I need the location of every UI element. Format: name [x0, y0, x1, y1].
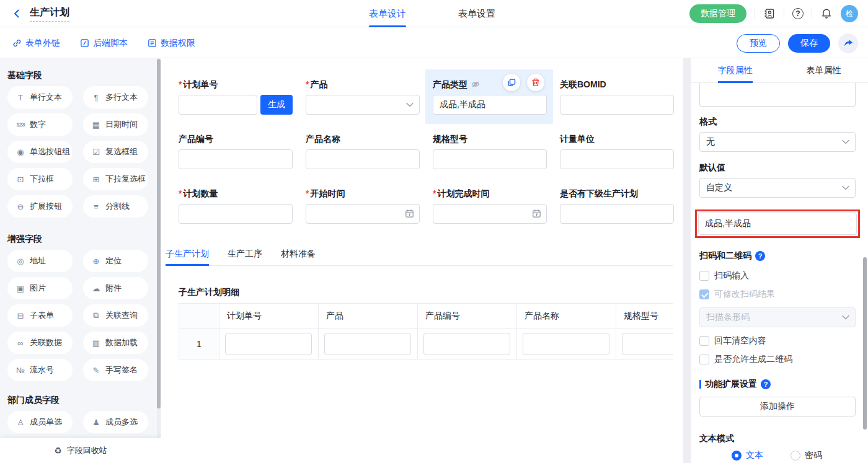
extend-button-icon: ⊖: [16, 202, 25, 211]
sidebar-scrollbar[interactable]: [157, 59, 161, 408]
help-icon[interactable]: ?: [792, 8, 804, 19]
save-button[interactable]: 保存: [788, 34, 830, 53]
sidebar-item-linked-data[interactable]: ∞关联数据: [7, 332, 73, 354]
field-recycle-bin[interactable]: ♻ 字段回收站: [0, 438, 161, 463]
data-manage-button[interactable]: 数据管理: [689, 4, 746, 23]
finish-time-input[interactable]: [433, 204, 547, 224]
cell-plan-no-input[interactable]: [225, 333, 312, 355]
scan-input-checkbox[interactable]: [699, 271, 709, 281]
product-code-input[interactable]: [179, 149, 293, 169]
tab-form-design[interactable]: 表单设计: [369, 0, 406, 27]
share-button[interactable]: [838, 33, 858, 53]
plan-qty-input[interactable]: [179, 204, 293, 224]
tab-field-properties[interactable]: 字段属性: [691, 58, 779, 82]
field-product-code[interactable]: 产品编号: [179, 134, 293, 169]
has-sub-plan-input[interactable]: [560, 204, 674, 224]
sidebar-item-member-multi[interactable]: ♟成员多选: [83, 411, 148, 433]
avatar[interactable]: 检: [841, 5, 858, 22]
external-link-item[interactable]: 表单外链: [12, 38, 60, 49]
product-select[interactable]: [306, 95, 420, 115]
generate-button[interactable]: 生成: [260, 95, 293, 115]
sidebar-item-datetime[interactable]: ▦日期时间: [83, 113, 148, 136]
field-unit[interactable]: 计量单位: [560, 134, 674, 169]
scan-input-option: 扫码输入: [699, 270, 856, 281]
sidebar-item-number[interactable]: 123数字: [7, 113, 73, 136]
sidebar-item-lookup[interactable]: ⧉关联查询: [83, 304, 148, 327]
backend-script-label: 后端脚本: [93, 38, 128, 49]
sidebar-item-data-load[interactable]: ▥数据加载: [83, 332, 148, 354]
sidebar-item-radio-group[interactable]: ◉单选按钮组: [7, 141, 73, 163]
field-finish-time[interactable]: 计划完成时间: [433, 188, 547, 224]
add-action-button[interactable]: 添加操作: [699, 397, 856, 417]
help-badge-icon[interactable]: ?: [761, 379, 771, 389]
trash-icon: [531, 78, 540, 87]
subform-icon: ⊟: [16, 311, 25, 320]
field-product-type[interactable]: 产品类型: [433, 79, 547, 115]
radio-group-icon: ◉: [16, 148, 25, 157]
copy-field-button[interactable]: [503, 74, 520, 91]
enter-clear-checkbox[interactable]: [699, 336, 709, 346]
text-mode-label: 文本模式: [699, 433, 856, 444]
data-permission-item[interactable]: 数据权限: [148, 38, 195, 49]
enter-clear-option: 回车清空内容: [699, 335, 856, 346]
spec-input[interactable]: [433, 149, 547, 169]
sidebar-item-divider-line[interactable]: ≡分割线: [83, 195, 148, 218]
tab-material-prep[interactable]: 材料准备: [281, 249, 316, 265]
allow-qrcode-checkbox[interactable]: [699, 355, 709, 364]
field-bom-id[interactable]: 关联BOMID: [560, 79, 674, 115]
sidebar-item-multi-line-text[interactable]: ¶多行文本: [83, 86, 148, 108]
scrolled-input[interactable]: [699, 83, 856, 107]
preview-button[interactable]: 预览: [737, 34, 780, 53]
field-plan-qty[interactable]: 计划数量: [179, 188, 293, 224]
unit-input[interactable]: [560, 149, 674, 169]
cell-spec-input[interactable]: [622, 333, 673, 355]
cell-product-name-input[interactable]: [523, 333, 609, 355]
notification-bell-icon[interactable]: [820, 7, 833, 20]
back-icon[interactable]: [11, 8, 22, 19]
sidebar-item-member-single[interactable]: ♙成员单选: [7, 411, 73, 433]
field-palette-sidebar: 基础字段 T单行文本 ¶多行文本 123数字 ▦日期时间 ◉单选按钮组 ☑复选框…: [0, 58, 161, 463]
plan-number-input[interactable]: [179, 95, 257, 115]
product-type-input[interactable]: [433, 95, 547, 115]
field-plan-number[interactable]: 计划单号 生成: [179, 79, 293, 115]
sidebar-item-address[interactable]: ◎地址: [7, 250, 73, 272]
field-start-time[interactable]: 开始时间: [306, 188, 420, 224]
sidebar-item-signature[interactable]: ✎手写签名: [83, 359, 148, 381]
start-time-input[interactable]: [306, 204, 420, 224]
cell-product-input[interactable]: [324, 333, 411, 355]
sidebar-item-dropdown[interactable]: ⊡下拉框: [7, 168, 73, 190]
sidebar-item-single-line-text[interactable]: T单行文本: [7, 86, 73, 108]
product-name-input[interactable]: [306, 149, 420, 169]
sidebar-item-attachment[interactable]: ☁附件: [83, 277, 148, 299]
sidebar-item-checkbox-group[interactable]: ☑复选框组: [83, 141, 148, 163]
permission-icon: [148, 38, 157, 48]
sidebar-item-location[interactable]: ⊕定位: [83, 250, 148, 272]
bom-id-input[interactable]: [560, 95, 674, 115]
delete-field-button[interactable]: [527, 74, 544, 91]
tab-production-process[interactable]: 生产工序: [228, 249, 262, 265]
cell-product-code-input[interactable]: [423, 333, 510, 355]
sidebar-item-subform[interactable]: ⊟子表单: [7, 304, 73, 327]
radio-password[interactable]: 密码: [790, 450, 822, 461]
address-book-icon[interactable]: [763, 7, 776, 20]
default-value-select[interactable]: 自定义: [699, 178, 856, 198]
field-spec[interactable]: 规格型号: [433, 134, 547, 169]
sidebar-item-extend-button[interactable]: ⊖扩展按钮: [7, 195, 73, 218]
custom-default-value-input[interactable]: [698, 213, 857, 235]
tab-form-properties[interactable]: 表单属性: [779, 58, 868, 82]
tab-form-settings[interactable]: 表单设置: [458, 0, 495, 27]
sidebar-item-serial-number[interactable]: №流水号: [7, 359, 73, 381]
field-product[interactable]: 产品: [306, 79, 420, 115]
format-select[interactable]: 无: [699, 132, 856, 152]
tab-sub-production-plan[interactable]: 子生产计划: [166, 249, 209, 265]
field-product-name[interactable]: 产品名称: [306, 134, 420, 169]
sidebar-item-image[interactable]: ▣图片: [7, 277, 73, 299]
image-icon: ▣: [16, 284, 25, 293]
backend-script-item[interactable]: 后端脚本: [80, 38, 128, 49]
page-title: 生产计划: [30, 6, 69, 22]
help-badge-icon[interactable]: ?: [755, 251, 765, 261]
panel-scrollbar[interactable]: [863, 257, 867, 430]
field-has-sub-plan[interactable]: 是否有下级生产计划: [560, 188, 674, 224]
sidebar-item-multi-dropdown[interactable]: ⊞下拉复选框: [83, 168, 148, 190]
radio-text[interactable]: 文本: [732, 450, 763, 461]
